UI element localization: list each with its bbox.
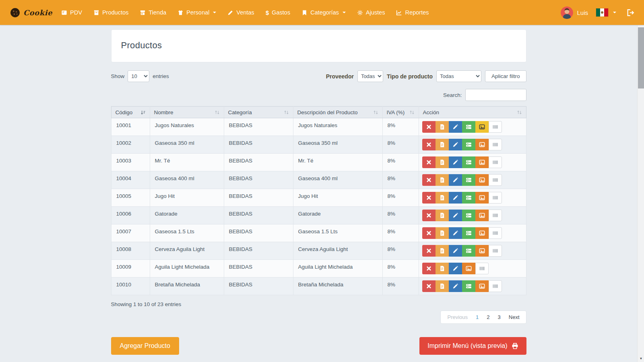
edit-button[interactable] [449, 156, 462, 168]
brand[interactable]: Cookie [10, 7, 52, 18]
nav-item-personal[interactable]: Personal [178, 9, 216, 16]
money-button[interactable] [462, 192, 475, 204]
barcode-button[interactable] [489, 174, 502, 186]
document-button[interactable] [436, 156, 449, 168]
image-button[interactable] [475, 210, 489, 221]
document-button[interactable] [436, 192, 449, 204]
scrollbar[interactable]: ▼ [637, 25, 644, 362]
document-button[interactable] [436, 174, 449, 186]
column-header-iva-[interactable]: IVA (%) [382, 107, 419, 118]
money-button[interactable] [462, 280, 475, 292]
pagination-pages: 123 [476, 314, 501, 320]
scrollbar-thumb[interactable] [638, 27, 644, 88]
image-button[interactable] [475, 192, 489, 204]
delete-button[interactable] [422, 280, 436, 292]
edit-button[interactable] [449, 280, 462, 292]
column-header-descripcion-del-producto[interactable]: Descripción del Producto [293, 107, 382, 118]
column-label: Descripción del Producto [297, 109, 358, 115]
scrollbar-down-arrow[interactable]: ▼ [638, 355, 644, 362]
add-product-button[interactable]: Agregar Producto [111, 337, 179, 355]
product-type-select[interactable]: Todas [436, 70, 481, 82]
delete-button[interactable] [422, 174, 436, 186]
language-selector[interactable] [596, 8, 616, 16]
image-button[interactable] [475, 280, 489, 292]
bookmark-icon [301, 10, 308, 16]
edit-button[interactable] [449, 174, 462, 186]
money-button[interactable] [462, 174, 475, 186]
edit-button[interactable] [449, 263, 462, 274]
money-button[interactable] [462, 156, 475, 168]
edit-button[interactable] [449, 227, 462, 239]
image-button[interactable] [462, 263, 475, 274]
page-length-select[interactable]: 10 [128, 70, 149, 82]
document-button[interactable] [436, 263, 449, 274]
nav-item-ventas[interactable]: Ventas [227, 9, 254, 16]
nav-item-gastos[interactable]: $Gastos [266, 9, 290, 16]
money-button[interactable] [462, 245, 475, 257]
barcode-button[interactable] [475, 263, 489, 274]
barcode-button[interactable] [489, 280, 502, 292]
image-button[interactable] [475, 174, 489, 186]
apply-filter-button[interactable]: Aplicar filtro [485, 70, 526, 82]
print-menu-button[interactable]: Imprimir Menú (vista previa) [419, 337, 526, 355]
delete-button[interactable] [422, 156, 436, 168]
nav-item-productos[interactable]: Productos [93, 9, 128, 16]
provider-select[interactable]: Todas [357, 70, 383, 82]
delete-button[interactable] [422, 263, 436, 274]
barcode-button[interactable] [489, 210, 502, 221]
barcode-button[interactable] [489, 139, 502, 150]
money-button[interactable] [462, 139, 475, 150]
pagination-previous[interactable]: Previous [447, 314, 468, 320]
search-input[interactable] [465, 89, 526, 101]
nav-item-categorias[interactable]: Categorías [301, 9, 346, 16]
product-iva: 8% [382, 278, 419, 295]
money-button[interactable] [462, 227, 475, 239]
edit-button[interactable] [449, 121, 462, 133]
money-button[interactable] [462, 210, 475, 221]
column-header-codigo[interactable]: Código [111, 107, 150, 118]
nav-item-ajustes[interactable]: Ajustes [357, 9, 385, 16]
column-header-categoria[interactable]: Categoría [224, 107, 293, 118]
image-button[interactable] [475, 245, 489, 257]
document-button[interactable] [436, 227, 449, 239]
nav-item-reportes[interactable]: Reportes [396, 9, 429, 16]
product-description: Gatorade [293, 207, 382, 224]
delete-button[interactable] [422, 121, 436, 133]
pagination-next[interactable]: Next [509, 314, 520, 320]
column-header-accion[interactable]: Acción [419, 107, 526, 118]
delete-button[interactable] [422, 192, 436, 204]
image-button[interactable] [475, 156, 489, 168]
image-button[interactable] [475, 227, 489, 239]
document-button[interactable] [436, 280, 449, 292]
nav-item-tienda[interactable]: Tienda [140, 9, 166, 16]
pagination-page-1[interactable]: 1 [476, 314, 479, 320]
image-button[interactable] [475, 139, 489, 150]
document-button[interactable] [436, 210, 449, 221]
delete-button[interactable] [422, 139, 436, 150]
document-button[interactable] [436, 139, 449, 150]
document-button[interactable] [436, 121, 449, 133]
user-menu[interactable]: Luis [561, 6, 588, 19]
edit-button[interactable] [449, 192, 462, 204]
store-icon [140, 10, 146, 16]
delete-button[interactable] [422, 227, 436, 239]
barcode-button[interactable] [489, 156, 502, 168]
pagination-page-3[interactable]: 3 [498, 314, 501, 320]
pagination-page-2[interactable]: 2 [487, 314, 489, 320]
edit-button[interactable] [449, 210, 462, 221]
barcode-button[interactable] [489, 192, 502, 204]
logout-icon[interactable] [627, 9, 634, 16]
edit-button[interactable] [449, 139, 462, 150]
barcode-button[interactable] [489, 121, 502, 133]
x-icon [426, 212, 432, 218]
money-button[interactable] [462, 121, 475, 133]
delete-button[interactable] [422, 210, 436, 221]
document-button[interactable] [436, 245, 449, 257]
column-header-nombre[interactable]: Nombre [150, 107, 224, 118]
edit-button[interactable] [449, 245, 462, 257]
nav-item-pdv[interactable]: PDV [61, 9, 82, 16]
delete-button[interactable] [422, 245, 436, 257]
barcode-button[interactable] [489, 245, 502, 257]
image-button[interactable] [475, 121, 489, 133]
barcode-button[interactable] [489, 227, 502, 239]
